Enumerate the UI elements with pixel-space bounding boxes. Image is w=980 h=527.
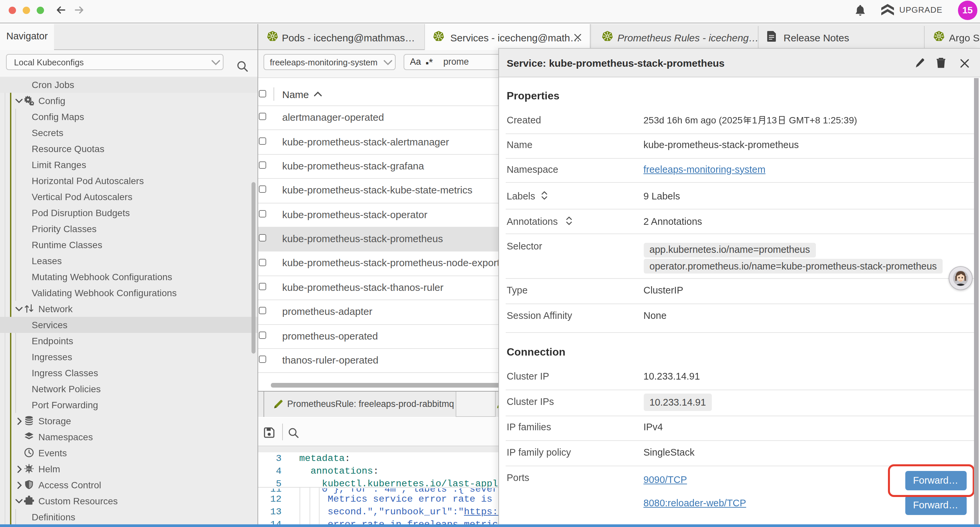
- svg-text:HELM: HELM: [25, 467, 33, 471]
